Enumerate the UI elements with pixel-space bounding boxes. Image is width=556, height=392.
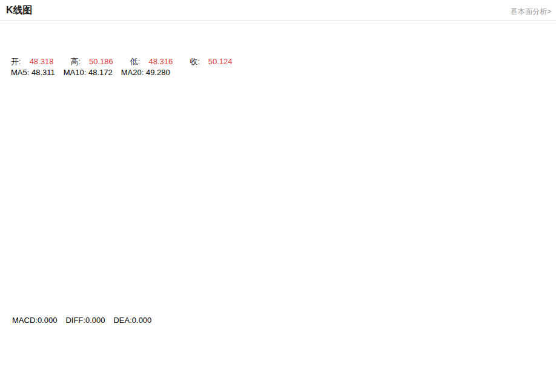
high-label: 高: xyxy=(70,57,81,66)
macd-legend: MACD:0.000 DIFF:0.000 DEA:0.000 xyxy=(12,316,160,325)
diff-value-legend: DIFF:0.000 xyxy=(65,316,105,325)
kline-page: K线图 基本面分析> 开:48.318 高:50.186 低:48.316 收:… xyxy=(0,0,556,392)
ma10-legend: MA10: 48.172 xyxy=(64,68,113,77)
high-value: 50.186 xyxy=(89,57,113,66)
open-value: 48.318 xyxy=(30,57,54,66)
low-label: 低: xyxy=(130,57,141,66)
dea-value-legend: DEA:0.000 xyxy=(113,316,151,325)
low-value: 48.316 xyxy=(148,57,173,66)
close-label: 收: xyxy=(190,57,200,66)
current-price-tag: 50.124 xyxy=(506,129,552,142)
ma5-legend: MA5: 48.311 xyxy=(11,68,55,77)
ma-legend: MA5: 48.311 MA10: 48.172 MA20: 49.280 xyxy=(11,68,179,77)
open-label: 开: xyxy=(11,57,21,66)
macd-value-legend: MACD:0.000 xyxy=(12,316,57,325)
ohlc-legend: 开:48.318 高:50.186 低:48.316 收:50.124 xyxy=(11,56,250,67)
ma20-legend: MA20: 49.280 xyxy=(121,68,170,77)
close-value: 50.124 xyxy=(208,57,233,66)
